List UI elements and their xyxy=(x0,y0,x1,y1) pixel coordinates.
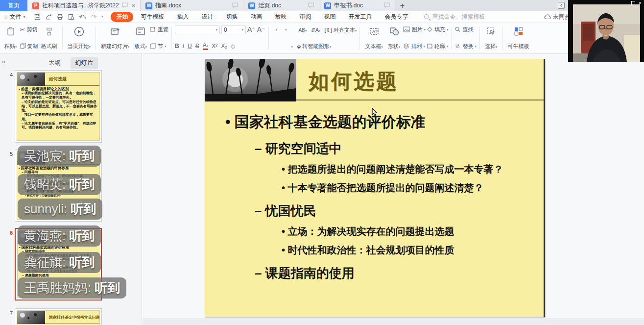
menu-item-开发工具[interactable]: 开发工具 xyxy=(343,12,377,22)
menu-item-设计[interactable]: 设计 xyxy=(196,12,218,22)
webcam-close-icon[interactable]: × xyxy=(639,1,642,5)
tab-doc-zhinan[interactable]: W 指南.docx xyxy=(140,0,243,11)
mouse-cursor xyxy=(371,108,378,117)
italic-button[interactable]: I xyxy=(183,43,184,50)
menu-item-可牛模板[interactable]: 可牛模板 xyxy=(135,12,169,22)
slide-thumbnail-7[interactable]: 国家社科基金申报书常见问题• 题目自拟常见问题：缺少问题导向 xyxy=(15,308,102,325)
shapes-button[interactable]: 形状▾ xyxy=(386,25,403,51)
menu-item-放映[interactable]: 放映 xyxy=(269,12,292,22)
close-tab-icon[interactable]: × xyxy=(132,2,136,9)
tab-home[interactable]: 首页 xyxy=(0,0,27,11)
new-tab-button[interactable]: + xyxy=(395,0,409,11)
cut-button[interactable]: ✂剪切 xyxy=(20,25,38,34)
font-color-button[interactable]: A▾ xyxy=(203,43,209,50)
comment-icon[interactable] xyxy=(232,2,238,9)
tab-presentation[interactable]: P 社科项目选题与...济学院2022 × xyxy=(27,0,140,11)
font-name-combo[interactable]: ▾ xyxy=(175,25,220,34)
presentation-file-icon: P xyxy=(32,2,39,9)
keniu-template-button[interactable]: 可牛模板 xyxy=(506,25,531,51)
menu-item-动画[interactable]: 动画 xyxy=(245,12,267,22)
line-spacing-icon[interactable]: ▾ xyxy=(291,43,293,50)
thumbnail-text-line: – 项目一定要有理论价值和现实意义，成果要实用。 xyxy=(22,113,98,122)
select-group: 选择▾ xyxy=(481,25,501,51)
select-button[interactable]: 选择▾ xyxy=(483,25,500,51)
font-size-combo[interactable]: 0▾ xyxy=(221,25,246,34)
comment-icon[interactable] xyxy=(384,2,390,9)
redo-icon[interactable]: ↷ xyxy=(91,13,96,21)
hamburger-icon: ≡ xyxy=(4,13,8,21)
file-menu[interactable]: ≡ 文件 ▾ xyxy=(0,13,29,21)
thumbnail-slide-preview: 如何选题• 前提：弄懂项目和论文的区别– 项目的目的是解决问题的，具有一定的前瞻… xyxy=(17,72,100,141)
char-spacing-icon[interactable]: ⇵A▾ xyxy=(310,27,320,33)
decrease-font-icon[interactable]: A⁻ xyxy=(257,25,265,34)
format-painter-button[interactable]: 格式刷 xyxy=(39,25,59,51)
chat-sender-name: 黄海燕: xyxy=(24,228,69,243)
layout-button[interactable]: 版式▾ xyxy=(133,25,149,51)
section-button[interactable]: 节▾ xyxy=(150,42,168,50)
menu-item-会员专享[interactable]: 会员专享 xyxy=(379,12,413,22)
text-box-icon: A≡ xyxy=(369,26,379,37)
chat-sender-name: 钱昭英: xyxy=(24,177,69,192)
copy-icon xyxy=(20,43,26,50)
strikethrough-button[interactable]: S xyxy=(195,43,199,50)
picture-button[interactable]: 图片▾ xyxy=(403,25,426,34)
writer-file-icon: W xyxy=(324,2,331,9)
find-group: 查找 替换▾ xyxy=(453,25,478,51)
increase-font-icon[interactable]: A⁺ xyxy=(247,25,256,34)
align-text-button[interactable]: [⇕] 对齐文本▾ xyxy=(325,26,357,34)
menu-item-视图[interactable]: 视图 xyxy=(318,12,341,22)
slide-thumbnail-4[interactable]: 如何选题• 前提：弄懂项目和论文的区别– 项目的目的是解决问题的，具有一定的前瞻… xyxy=(15,70,102,143)
tab-doc-shenbaoshu[interactable]: W 申报书.doc xyxy=(319,0,395,11)
tab-list-button[interactable]: 4 xyxy=(558,2,565,9)
sync-status[interactable]: 未同步 xyxy=(544,13,571,21)
menu-item-切换[interactable]: 切换 xyxy=(220,12,243,22)
subscript-button[interactable]: X₂ xyxy=(221,43,227,50)
copy-button[interactable]: 复制 xyxy=(20,42,38,50)
menu-item-开始[interactable]: 开始 xyxy=(111,12,133,22)
smart-graphic-button[interactable]: ⬙ 转智能图形▾ xyxy=(297,43,331,50)
export-icon[interactable] xyxy=(46,14,52,20)
slide-bullet: • 国家社科基金选题的评价标准 xyxy=(225,112,544,132)
text-box-button[interactable]: A≡ 文本框▾ xyxy=(363,25,385,51)
customize-toolbar-icon[interactable]: ▾ xyxy=(101,15,103,19)
tab-doc-huoye[interactable]: W 活页.doc xyxy=(243,0,319,11)
print-icon[interactable] xyxy=(57,14,63,20)
bold-button[interactable]: B xyxy=(175,43,179,50)
webcam-maximize-icon[interactable] xyxy=(631,1,635,5)
find-button[interactable]: 查找 xyxy=(454,25,477,34)
chat-message-text: 听到 xyxy=(69,255,95,270)
arrange-button[interactable]: 排列▾ xyxy=(403,42,426,50)
comment-icon[interactable] xyxy=(308,2,314,9)
thumbnail-wheat-photo xyxy=(17,73,45,86)
clear-format-icon[interactable]: ◇ xyxy=(231,43,235,50)
superscript-button[interactable]: X² xyxy=(212,43,217,50)
outline-button[interactable]: 轮廓▾ xyxy=(427,42,449,50)
underline-button[interactable]: U xyxy=(188,43,192,50)
current-slide[interactable]: 如何选题 • 国家社科基金选题的评价标准– 研究空间适中• 把选题所提出的问题阐… xyxy=(205,59,545,317)
new-slide-icon xyxy=(111,26,120,37)
comment-icon[interactable] xyxy=(122,2,128,9)
undo-icon[interactable]: ↶▾ xyxy=(79,13,86,21)
chat-message: sunnyli: 听到 xyxy=(18,199,102,220)
menu-item-插入[interactable]: 插入 xyxy=(171,12,194,22)
save-icon[interactable] xyxy=(34,14,41,20)
chat-sender-name: 王禹胜妈妈: xyxy=(24,280,95,295)
replace-button[interactable]: 替换▾ xyxy=(454,42,477,50)
reset-icon xyxy=(150,26,156,33)
fill-icon xyxy=(427,26,433,33)
slide-body-text[interactable]: • 国家社科基金选题的评价标准– 研究空间适中• 把选题所提出的问题阐述清楚能否… xyxy=(205,100,544,282)
webcam-video[interactable]: × xyxy=(568,0,644,62)
print-preview-icon[interactable] xyxy=(68,14,74,20)
fill-button[interactable]: 填充▾ xyxy=(427,25,449,34)
slide-title[interactable]: 如何选题 xyxy=(309,68,399,95)
play-from-current-button[interactable]: 当页开始▾ xyxy=(66,25,93,51)
paste-button[interactable]: 粘贴▾ xyxy=(2,25,19,51)
slide-bullet: • 时代性和政治性：社会规划项目的性质 xyxy=(282,244,544,257)
reset-button[interactable]: 重置 xyxy=(150,25,168,34)
command-search[interactable]: 查找命令、搜索模板 xyxy=(424,13,485,21)
new-slide-button[interactable]: 新建幻灯片▾ xyxy=(99,25,132,51)
chat-message: 吴池宸: 听到 xyxy=(18,146,101,167)
menu-item-审阅[interactable]: 审阅 xyxy=(294,12,316,22)
thumbnail-text-line: – 项目的目的是解决问题的，具有一定的前瞻性，具有可操作性，一定要问题导向。 xyxy=(22,91,98,100)
text-direction-icon[interactable]: AB̲▾ xyxy=(299,27,307,33)
